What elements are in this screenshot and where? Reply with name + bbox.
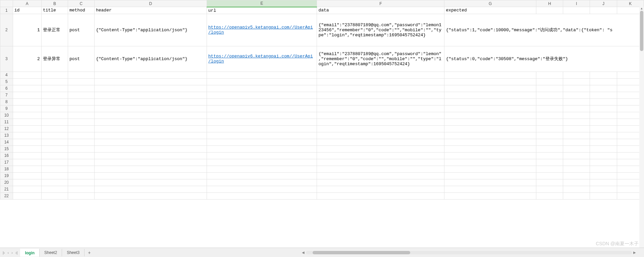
cell[interactable] — [94, 192, 207, 199]
row-header-2[interactable]: 2 — [0, 14, 13, 46]
cell[interactable] — [563, 139, 590, 145]
cell[interactable] — [94, 72, 207, 78]
cell[interactable] — [317, 166, 444, 172]
vertical-scrollbar[interactable]: ▲ — [639, 7, 644, 248]
cell[interactable] — [207, 132, 317, 139]
col-header-I[interactable]: I — [563, 0, 590, 7]
cell[interactable] — [590, 78, 617, 85]
cell[interactable] — [444, 132, 536, 139]
nav-last-icon[interactable]: ›| — [15, 251, 18, 255]
cell[interactable] — [444, 166, 536, 172]
nav-prev-icon[interactable]: ‹ — [8, 251, 9, 255]
cell[interactable] — [563, 125, 590, 132]
cell[interactable] — [590, 152, 617, 159]
cell[interactable] — [590, 7, 617, 14]
cell[interactable] — [68, 132, 94, 139]
cell[interactable] — [317, 78, 444, 85]
cell[interactable] — [94, 166, 207, 172]
row-header-7[interactable]: 7 — [0, 92, 13, 98]
row-header-19[interactable]: 19 — [0, 172, 13, 179]
row-header-6[interactable]: 6 — [0, 85, 13, 92]
cell[interactable] — [590, 172, 617, 179]
cell[interactable] — [94, 85, 207, 92]
cell[interactable] — [563, 192, 590, 199]
cell[interactable] — [68, 172, 94, 179]
cell[interactable] — [207, 172, 317, 179]
cell-data[interactable]: {"email":"2378807189@qq.com","password":… — [317, 46, 444, 72]
cell[interactable] — [590, 192, 617, 199]
cell[interactable] — [13, 152, 41, 159]
row-header-20[interactable]: 20 — [0, 179, 13, 186]
cell[interactable] — [68, 119, 94, 125]
cell[interactable] — [41, 98, 68, 105]
cell[interactable] — [317, 152, 444, 159]
row-header-3[interactable]: 3 — [0, 46, 13, 72]
cell-header[interactable]: {"Content-Type":"application/json"} — [94, 14, 207, 46]
cell[interactable] — [41, 132, 68, 139]
cell[interactable] — [444, 125, 536, 132]
cell[interactable] — [41, 145, 68, 152]
cell-id[interactable]: 2 — [13, 46, 41, 72]
cell[interactable] — [68, 112, 94, 119]
cell[interactable] — [444, 179, 536, 186]
cell[interactable] — [536, 132, 563, 139]
cell[interactable] — [207, 159, 317, 166]
cell[interactable] — [317, 159, 444, 166]
cell-url[interactable]: https://openapiv5.ketangpai.com//UserApi… — [207, 14, 317, 46]
horizontal-scrollbar[interactable] — [306, 251, 632, 254]
cell[interactable] — [68, 192, 94, 199]
cell[interactable] — [13, 159, 41, 166]
select-all-corner[interactable] — [0, 0, 13, 7]
cell[interactable]: id — [13, 7, 41, 14]
cell[interactable] — [94, 78, 207, 85]
cell[interactable] — [207, 179, 317, 186]
cell[interactable] — [94, 98, 207, 105]
cell[interactable] — [536, 186, 563, 192]
spreadsheet-grid[interactable]: A B C D E F G H I J K 1 id title method … — [0, 0, 644, 248]
row-header-21[interactable]: 21 — [0, 186, 13, 192]
vertical-scroll-thumb[interactable] — [640, 11, 643, 51]
scroll-left-icon[interactable]: ◀ — [301, 251, 306, 254]
cell[interactable] — [13, 139, 41, 145]
cell[interactable] — [536, 78, 563, 85]
cell[interactable] — [317, 192, 444, 199]
add-sheet-button[interactable]: + — [85, 249, 94, 257]
nav-first-icon[interactable]: |‹ — [3, 251, 5, 255]
cell[interactable] — [317, 98, 444, 105]
cell[interactable] — [207, 112, 317, 119]
cell[interactable] — [207, 92, 317, 98]
cell[interactable] — [94, 112, 207, 119]
cell-id[interactable]: 1 — [13, 14, 41, 46]
row-header-16[interactable]: 16 — [0, 152, 13, 159]
row-header-9[interactable]: 9 — [0, 105, 13, 112]
cell[interactable] — [563, 112, 590, 119]
row-header-8[interactable]: 8 — [0, 98, 13, 105]
cell[interactable] — [68, 179, 94, 186]
cell[interactable] — [94, 145, 207, 152]
col-header-C[interactable]: C — [68, 0, 94, 7]
col-header-E[interactable]: E — [207, 0, 317, 7]
row-header-18[interactable]: 18 — [0, 166, 13, 172]
cell[interactable] — [68, 98, 94, 105]
cell[interactable] — [94, 172, 207, 179]
col-header-H[interactable]: H — [536, 0, 563, 7]
cell[interactable] — [94, 132, 207, 139]
cell[interactable] — [94, 152, 207, 159]
cell[interactable] — [444, 172, 536, 179]
cell[interactable] — [536, 92, 563, 98]
cell[interactable] — [94, 92, 207, 98]
cell-data[interactable]: {"email":"2378807189@qq.com","password":… — [317, 14, 444, 46]
cell[interactable] — [207, 186, 317, 192]
cell[interactable] — [563, 186, 590, 192]
cell[interactable] — [317, 186, 444, 192]
cell[interactable] — [13, 172, 41, 179]
cell[interactable] — [590, 72, 617, 78]
nav-next-icon[interactable]: › — [11, 251, 13, 255]
cell[interactable] — [590, 85, 617, 92]
cell[interactable] — [444, 119, 536, 125]
col-header-A[interactable]: A — [13, 0, 41, 7]
cell[interactable] — [13, 92, 41, 98]
cell[interactable] — [563, 92, 590, 98]
row-header-11[interactable]: 11 — [0, 119, 13, 125]
cell[interactable] — [13, 179, 41, 186]
